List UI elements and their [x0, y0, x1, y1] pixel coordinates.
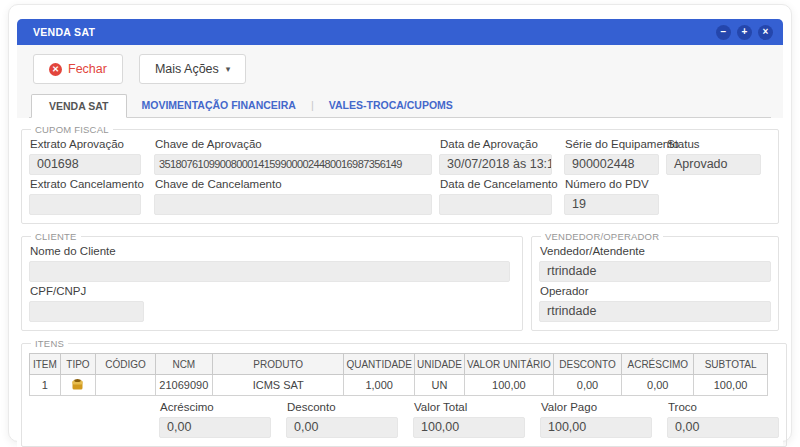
tab-venda-sat[interactable]: VENDA SAT — [31, 94, 127, 118]
venda-sat-panel: CUPOM FISCAL Extrato Aprovação 001698 Ch… — [17, 118, 783, 447]
data-cancelamento-label: Data de Cancelamento — [440, 178, 552, 190]
serie-equipamento-label: Série do Equipamento — [565, 138, 665, 150]
vendedor-atendente-field[interactable]: rtrindade — [539, 261, 771, 282]
valor-total-label: Valor Total — [414, 401, 525, 413]
vendedor-operador-section: VENDEDOR/OPERADOR Vendedor/Atendente rtr… — [531, 231, 779, 331]
col-valor-unitario: VALOR UNITÁRIO — [465, 354, 554, 375]
tab-movimentacao-financeira[interactable]: MOVIMENTAÇÃO FINANCEIRA — [127, 93, 311, 117]
totais-row: Acréscimo 0,00 Desconto 0,00 Valor Total… — [159, 398, 779, 438]
acrescimo-total-field[interactable]: 0,00 — [159, 417, 271, 438]
tab-bar: VENDA SAT MOVIMENTAÇÃO FINANCEIRA | VALE… — [29, 93, 771, 118]
vendedor-operador-legend: VENDEDOR/OPERADOR — [541, 231, 663, 242]
col-desconto: DESCONTO — [553, 354, 622, 375]
status-label: Status — [667, 138, 761, 150]
col-quantidade: QUANTIDADE — [344, 354, 415, 375]
extrato-cancelamento-field[interactable] — [29, 194, 141, 215]
chave-cancelamento-field[interactable] — [154, 194, 432, 215]
toolbar: ✕ Fechar Mais Ações ▾ — [29, 54, 771, 93]
cupom-fiscal-section: CUPOM FISCAL Extrato Aprovação 001698 Ch… — [21, 124, 779, 224]
close-icon[interactable]: × — [758, 25, 773, 40]
col-ncm: NCM — [155, 354, 212, 375]
cell-valor-unitario: 100,00 — [465, 375, 554, 396]
minimize-icon[interactable]: − — [716, 25, 731, 40]
desconto-total-label: Desconto — [287, 401, 398, 413]
cpf-cnpj-label: CPF/CNPJ — [30, 285, 144, 297]
tab-vales-troca-cupoms[interactable]: VALES-TROCA/CUPOMS — [314, 93, 468, 117]
col-item: ITEM — [30, 354, 61, 375]
cell-codigo — [96, 375, 155, 396]
cliente-section: CLIENTE Nome do Cliente CPF/CNPJ — [21, 231, 523, 331]
valor-pago-field[interactable]: 100,00 — [540, 417, 652, 438]
extrato-aprovacao-label: Extrato Aprovação — [30, 138, 141, 150]
cell-tipo — [60, 375, 96, 396]
cell-acrescimo: 0,00 — [622, 375, 694, 396]
operador-field[interactable]: rtrindade — [539, 301, 771, 322]
product-box-icon — [72, 378, 83, 390]
cupom-fiscal-legend: CUPOM FISCAL — [31, 124, 113, 135]
chave-cancelamento-label: Chave de Cancelamento — [155, 178, 432, 190]
data-aprovacao-field[interactable]: 30/07/2018 às 13:11 — [439, 154, 552, 175]
troco-field[interactable]: 0,00 — [667, 417, 779, 438]
window-titlebar: VENDA SAT − + × — [17, 19, 783, 45]
cell-desconto: 0,00 — [553, 375, 622, 396]
chave-aprovacao-field[interactable]: 3518076109900800014159900002448001698735… — [154, 154, 432, 175]
col-produto: PRODUTO — [212, 354, 343, 375]
col-acrescimo: ACRÉSCIMO — [622, 354, 694, 375]
valor-total-field[interactable]: 100,00 — [413, 417, 525, 438]
troco-label: Troco — [668, 401, 779, 413]
extrato-cancelamento-label: Extrato Cancelamento — [30, 178, 141, 190]
window-title: VENDA SAT — [33, 26, 710, 38]
application-window: VENDA SAT − + × ✕ Fechar Mais Ações ▾ VE… — [8, 4, 792, 442]
cell-quantidade: 1,000 — [344, 375, 415, 396]
maximize-icon[interactable]: + — [737, 25, 752, 40]
fechar-button[interactable]: ✕ Fechar — [33, 54, 123, 84]
cell-produto: ICMS SAT — [212, 375, 343, 396]
chevron-down-icon: ▾ — [226, 64, 231, 74]
valor-pago-label: Valor Pago — [541, 401, 652, 413]
mais-acoes-label: Mais Ações — [155, 62, 219, 76]
col-unidade: UNIDADE — [414, 354, 464, 375]
status-field[interactable]: Aprovado — [666, 154, 761, 175]
col-tipo: TIPO — [60, 354, 96, 375]
cpf-cnpj-field[interactable] — [29, 301, 144, 322]
numero-pdv-label: Número do PDV — [565, 178, 665, 190]
serie-equipamento-field[interactable]: 900002448 — [564, 154, 659, 175]
operador-label: Operador — [540, 285, 771, 297]
cell-unidade: UN — [414, 375, 464, 396]
numero-pdv-field[interactable]: 19 — [564, 194, 659, 215]
acrescimo-total-label: Acréscimo — [160, 401, 271, 413]
nome-cliente-label: Nome do Cliente — [30, 245, 510, 257]
itens-table-header: ITEM TIPO CÓDIGO NCM PRODUTO QUANTIDADE … — [30, 354, 768, 375]
data-cancelamento-field[interactable] — [439, 194, 552, 215]
col-codigo: CÓDIGO — [96, 354, 155, 375]
desconto-total-field[interactable]: 0,00 — [286, 417, 398, 438]
vendedor-atendente-label: Vendedor/Atendente — [540, 245, 771, 257]
cliente-legend: CLIENTE — [31, 231, 81, 242]
itens-section: ITENS ITEM TIPO CÓDIGO NCM PRODUTO QUANT… — [21, 338, 787, 447]
chave-aprovacao-label: Chave de Aprovação — [155, 138, 432, 150]
close-circle-icon: ✕ — [49, 63, 62, 76]
table-row[interactable]: 1 21069090 ICMS SAT 1,000 UN — [30, 375, 768, 396]
mais-acoes-button[interactable]: Mais Ações ▾ — [139, 54, 246, 84]
nome-cliente-field[interactable] — [29, 261, 510, 282]
itens-legend: ITENS — [31, 338, 68, 349]
extrato-aprovacao-field[interactable]: 001698 — [29, 154, 141, 175]
cell-item: 1 — [30, 375, 61, 396]
cell-subtotal: 100,00 — [694, 375, 768, 396]
header-strip: ✕ Fechar Mais Ações ▾ VENDA SAT MOVIMENT… — [17, 45, 783, 118]
fechar-button-label: Fechar — [68, 62, 107, 76]
data-aprovacao-label: Data de Aprovação — [440, 138, 552, 150]
cell-ncm: 21069090 — [155, 375, 212, 396]
col-subtotal: SUBTOTAL — [694, 354, 768, 375]
itens-table: ITEM TIPO CÓDIGO NCM PRODUTO QUANTIDADE … — [29, 353, 768, 396]
